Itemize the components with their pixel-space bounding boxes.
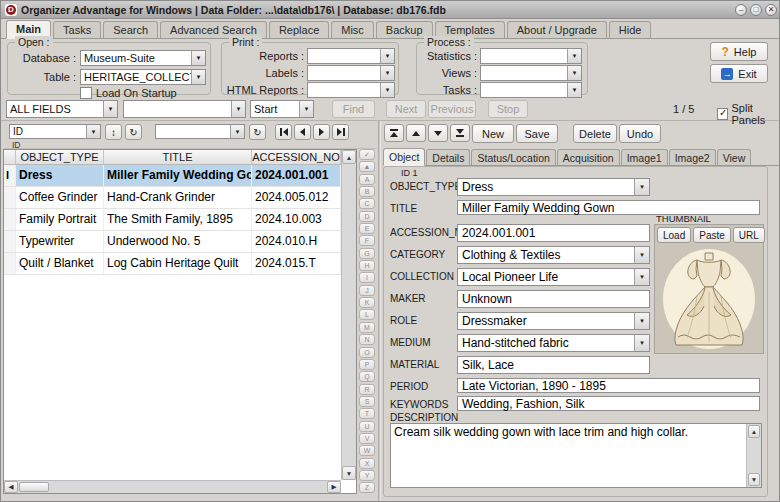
search-input[interactable]: ▾ bbox=[123, 100, 246, 118]
tab-about-upgrade[interactable]: About / Upgrade bbox=[507, 21, 607, 38]
labels-select[interactable]: ▾ bbox=[307, 65, 395, 81]
next-record-button[interactable] bbox=[313, 124, 330, 140]
chevron-down-icon[interactable]: ▾ bbox=[567, 83, 581, 97]
tab-replace[interactable]: Replace bbox=[269, 21, 329, 38]
chevron-down-icon[interactable]: ▾ bbox=[380, 83, 394, 97]
search-field-select[interactable]: ALL FIELDS ▾ bbox=[6, 100, 118, 118]
tasks-select[interactable]: ▾ bbox=[480, 82, 582, 98]
chevron-down-icon[interactable]: ▾ bbox=[567, 66, 581, 80]
find-button[interactable]: Find bbox=[332, 100, 375, 118]
chevron-down-icon[interactable]: ▾ bbox=[634, 313, 649, 329]
save-button[interactable]: Save bbox=[516, 124, 558, 143]
thumbnail-paste-button[interactable]: Paste bbox=[693, 227, 731, 243]
field-maker[interactable]: Unknown bbox=[457, 290, 650, 308]
table-select[interactable]: HERITAGE_COLLECTION ▾ bbox=[80, 69, 206, 85]
tab-image2[interactable]: Image2 bbox=[669, 149, 716, 165]
column-header-object-type[interactable]: OBJECT_TYPE bbox=[16, 150, 104, 164]
alpha-button-u[interactable]: U bbox=[359, 421, 375, 432]
alpha-button-f[interactable]: F bbox=[359, 235, 375, 246]
alpha-button-h[interactable]: H bbox=[359, 260, 375, 271]
alpha-button-w[interactable]: W bbox=[359, 445, 375, 456]
alpha-button-q[interactable]: Q bbox=[359, 371, 375, 382]
chevron-down-icon[interactable]: ▾ bbox=[299, 101, 313, 117]
description-scrollbar[interactable]: ▲ ▼ bbox=[746, 424, 761, 487]
tab-tasks[interactable]: Tasks bbox=[53, 21, 101, 38]
chevron-down-icon[interactable]: ▾ bbox=[634, 179, 649, 195]
tab-details[interactable]: Details bbox=[426, 149, 470, 165]
scrollbar-thumb[interactable] bbox=[19, 482, 49, 492]
field-accession-no[interactable]: 2024.001.001 bbox=[457, 224, 650, 242]
field-category[interactable]: Clothing & Textiles▾ bbox=[457, 246, 650, 264]
chevron-down-icon[interactable]: ▾ bbox=[191, 51, 205, 65]
chevron-down-icon[interactable]: ▾ bbox=[103, 101, 117, 117]
table-row[interactable]: TypewriterUnderwood No. 52024.010.H bbox=[4, 231, 341, 253]
sort-field-select[interactable]: ID ▾ bbox=[9, 124, 101, 139]
chevron-down-icon[interactable]: ▾ bbox=[634, 335, 649, 351]
new-button[interactable]: New bbox=[472, 124, 514, 143]
close-icon[interactable]: ✕ bbox=[765, 4, 777, 16]
scroll-down-icon[interactable]: ▼ bbox=[748, 473, 760, 486]
filter-refresh-button[interactable]: ↻ bbox=[249, 124, 266, 140]
field-collection[interactable]: Local Pioneer Life▾ bbox=[457, 268, 650, 286]
views-select[interactable]: ▾ bbox=[480, 65, 582, 81]
table-row[interactable]: Quilt / BlanketLog Cabin Heritage Quilt2… bbox=[4, 253, 341, 275]
search-mode-select[interactable]: Start ▾ bbox=[250, 100, 314, 118]
html-reports-select[interactable]: ▾ bbox=[307, 82, 395, 98]
panel-splitter[interactable] bbox=[378, 121, 381, 502]
chevron-down-icon[interactable]: ▾ bbox=[380, 66, 394, 80]
tab-hide[interactable]: Hide bbox=[609, 21, 652, 38]
first-record-button[interactable] bbox=[384, 124, 404, 142]
delete-button[interactable]: Delete bbox=[573, 124, 617, 143]
tab-search[interactable]: Search bbox=[103, 21, 158, 38]
previous-button[interactable]: Previous bbox=[428, 100, 476, 118]
chevron-down-icon[interactable]: ▾ bbox=[634, 247, 649, 263]
thumbnail-url-button[interactable]: URL bbox=[733, 227, 765, 243]
field-object-type[interactable]: Dress▾ bbox=[457, 178, 650, 196]
alpha-button-i[interactable]: I bbox=[359, 272, 375, 283]
split-panels-checkbox[interactable] bbox=[717, 108, 728, 120]
alpha-button-g[interactable]: G bbox=[359, 248, 375, 259]
alpha-button-v[interactable]: V bbox=[359, 433, 375, 444]
alpha-button-s[interactable]: S bbox=[359, 396, 375, 407]
table-row[interactable]: Coffee GrinderHand-Crank Grinder2024.005… bbox=[4, 187, 341, 209]
alpha-button-e[interactable]: E bbox=[359, 223, 375, 234]
tab-object[interactable]: Object bbox=[383, 148, 425, 166]
alpha-button-d[interactable]: D bbox=[359, 211, 375, 222]
table-row[interactable]: Family PortraitThe Smith Family, 1895202… bbox=[4, 209, 341, 231]
field-medium[interactable]: Hand-stitched fabric▾ bbox=[457, 334, 650, 352]
next-record-button[interactable] bbox=[428, 124, 448, 142]
scroll-up-icon[interactable]: ▲ bbox=[748, 425, 760, 438]
column-header-title[interactable]: TITLE bbox=[104, 150, 252, 164]
chevron-down-icon[interactable]: ▾ bbox=[231, 101, 245, 117]
last-record-button[interactable] bbox=[450, 124, 470, 142]
maximize-icon[interactable]: □ bbox=[750, 4, 762, 16]
grid-vertical-scrollbar[interactable]: ▲ ▼ bbox=[341, 150, 356, 480]
alpha-button-k[interactable]: K bbox=[359, 297, 375, 308]
previous-record-button[interactable] bbox=[406, 124, 426, 142]
stop-button[interactable]: Stop bbox=[488, 100, 528, 118]
alpha-button-n[interactable]: N bbox=[359, 334, 375, 345]
undo-button[interactable]: Undo bbox=[619, 124, 661, 143]
field-material[interactable]: Silk, Lace bbox=[457, 356, 650, 374]
database-select[interactable]: Museum-Suite ▾ bbox=[80, 50, 206, 66]
help-button[interactable]: ? Help bbox=[710, 42, 768, 61]
first-record-button[interactable] bbox=[275, 124, 292, 140]
chevron-down-icon[interactable]: ▾ bbox=[567, 49, 581, 63]
alpha-button-o[interactable]: O bbox=[359, 347, 375, 358]
tab-status-location[interactable]: Status/Location bbox=[471, 149, 555, 165]
last-record-button[interactable] bbox=[332, 124, 349, 140]
alpha-up-button[interactable]: ▲ bbox=[359, 161, 375, 172]
filter-input[interactable]: ▾ bbox=[155, 124, 245, 139]
table-row[interactable]: IDressMiller Family Wedding Gown2024.001… bbox=[4, 165, 341, 187]
field-period[interactable]: Late Victorian, 1890 - 1895 bbox=[457, 378, 760, 393]
field-title[interactable]: Miller Family Wedding Gown bbox=[457, 200, 760, 215]
scroll-down-icon[interactable]: ▼ bbox=[342, 466, 356, 480]
tab-misc[interactable]: Misc bbox=[331, 21, 374, 38]
sort-direction-button[interactable]: ↕ bbox=[105, 124, 122, 140]
next-button[interactable]: Next bbox=[386, 100, 426, 118]
alpha-button-m[interactable]: M bbox=[359, 322, 375, 333]
alpha-button-p[interactable]: P bbox=[359, 359, 375, 370]
minimize-icon[interactable]: – bbox=[735, 4, 747, 16]
alpha-button-t[interactable]: T bbox=[359, 408, 375, 419]
thumbnail-load-button[interactable]: Load bbox=[657, 227, 691, 243]
